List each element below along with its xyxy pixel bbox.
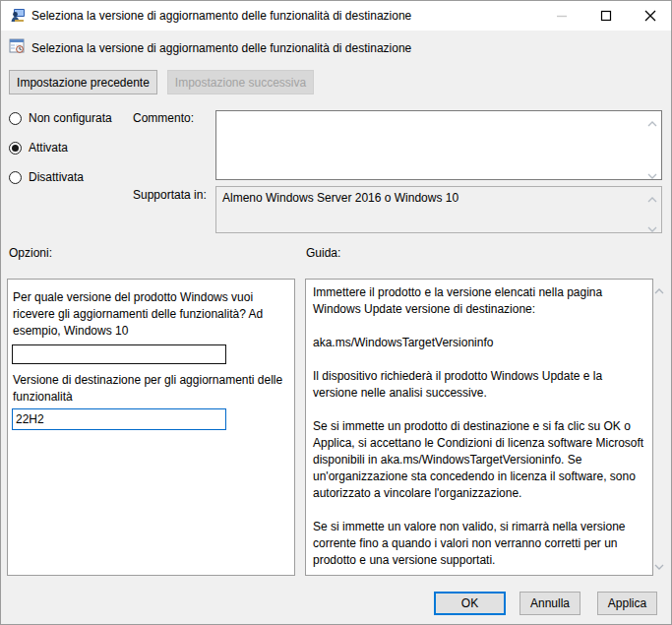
radio-disabled[interactable]: Disattivata	[9, 169, 84, 185]
chevron-down-icon[interactable]	[647, 221, 657, 227]
radio-label: Disattivata	[29, 170, 84, 184]
product-question-text: Per quale versione del prodotto Windows …	[13, 289, 292, 340]
radio-enabled[interactable]: Attivata	[9, 140, 68, 156]
product-input[interactable]	[12, 344, 226, 364]
help-panel: Immettere il prodotto e la versione elen…	[305, 279, 653, 576]
policy-setting-icon	[9, 38, 25, 54]
help-label: Guida:	[306, 246, 340, 260]
options-panel: Per quale versione del prodotto Windows …	[7, 279, 295, 576]
radio-circle-icon[interactable]	[9, 142, 22, 155]
supported-label: Supportata in:	[133, 188, 207, 202]
chevron-up-icon[interactable]	[647, 116, 657, 122]
radio-label: Non configurata	[29, 111, 112, 125]
comment-textarea[interactable]	[215, 110, 662, 180]
policy-setting-dialog: Seleziona la versione di aggiornamento d…	[0, 0, 672, 625]
maximize-icon[interactable]	[589, 1, 623, 31]
radio-circle-icon[interactable]	[9, 112, 22, 125]
comment-label: Commento:	[133, 111, 194, 125]
minimize-icon	[545, 1, 579, 31]
cancel-button[interactable]: Annulla	[519, 592, 580, 615]
previous-setting-button[interactable]: Impostazione precedente	[9, 70, 157, 94]
options-label: Opzioni:	[9, 246, 52, 260]
apply-button[interactable]: Applica	[597, 592, 657, 615]
policy-app-icon	[10, 8, 26, 24]
target-version-input[interactable]	[12, 408, 226, 430]
titlebar[interactable]: Seleziona la versione di aggiornamento d…	[1, 1, 671, 31]
chevron-down-icon[interactable]	[654, 559, 664, 573]
radio-not-configured[interactable]: Non configurata	[9, 110, 112, 126]
close-icon[interactable]	[634, 1, 667, 31]
radio-label: Attivata	[29, 141, 68, 155]
chevron-up-icon[interactable]	[647, 192, 657, 198]
setting-title: Seleziona la versione di aggiornamento d…	[31, 41, 411, 55]
help-text: Immettere il prodotto e la versione elen…	[313, 284, 647, 569]
radio-circle-icon[interactable]	[9, 171, 22, 184]
version-question-text: Versione di destinazione per gli aggiorn…	[13, 372, 292, 406]
supported-value: Almeno Windows Server 2016 o Windows 10	[222, 191, 458, 205]
next-setting-button[interactable]: Impostazione successiva	[167, 70, 314, 94]
supported-textarea: Almeno Windows Server 2016 o Windows 10	[215, 186, 662, 233]
ok-button[interactable]: OK	[434, 592, 506, 615]
window-title: Seleziona la versione di aggiornamento d…	[31, 1, 411, 31]
chevron-up-icon[interactable]	[654, 283, 664, 297]
chevron-down-icon[interactable]	[647, 168, 657, 174]
